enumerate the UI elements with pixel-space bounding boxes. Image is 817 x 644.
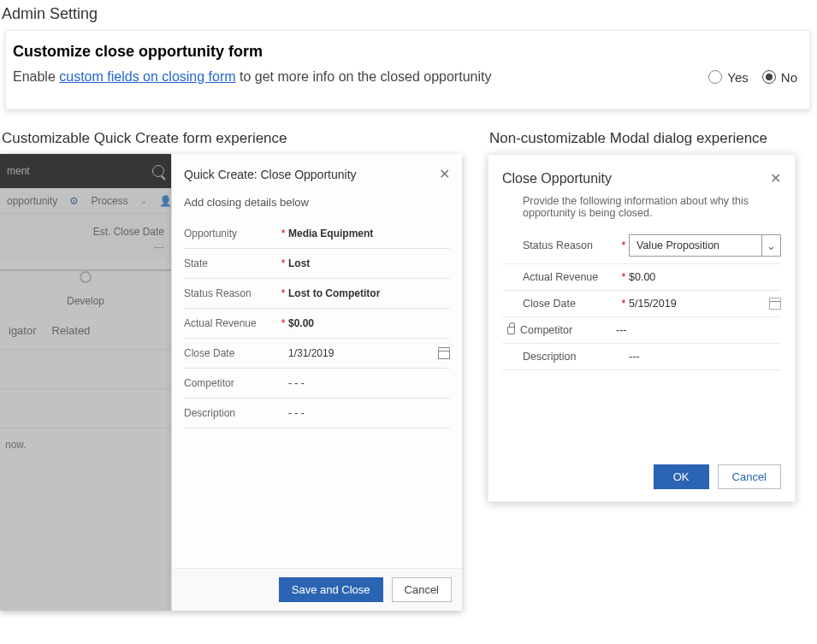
field-label: Competitor <box>520 324 606 336</box>
field-label: Opportunity <box>184 227 278 239</box>
bg-app-text: ment <box>7 165 30 177</box>
search-icon <box>152 165 164 177</box>
admin-card: Customize close opportunity form Enable … <box>5 30 810 109</box>
field-opportunity[interactable]: Opportunity * Media Equipment <box>184 219 450 249</box>
close-icon[interactable]: ✕ <box>770 170 781 186</box>
admin-text-suffix: to get more info on the closed opportuni… <box>236 69 492 84</box>
field-value: $0.00 <box>288 317 450 329</box>
field-value: $0.00 <box>629 271 781 283</box>
field-value: Lost <box>288 257 450 269</box>
field-competitor[interactable]: Competitor - - - <box>184 369 450 399</box>
required-mark: * <box>619 298 629 310</box>
field-label: Status Reason <box>184 287 278 299</box>
field-label: Description <box>184 407 278 419</box>
field-label: Competitor <box>184 377 278 389</box>
stage-node-icon <box>80 271 92 283</box>
left-subheading: Customizable Quick Create form experienc… <box>0 130 462 154</box>
field-description[interactable]: Description - - - <box>184 399 450 428</box>
close-icon[interactable]: ✕ <box>439 166 450 182</box>
field-actual-revenue[interactable]: Actual Revenue * $0.00 <box>184 309 450 339</box>
field-label: Actual Revenue <box>523 271 619 283</box>
required-mark: * <box>619 271 629 283</box>
field-label: Actual Revenue <box>184 317 278 329</box>
bg-note: now. <box>0 428 171 461</box>
background-dimmed: ment opportunity ⚙ Process ⌄ 👤 Assign Es… <box>0 154 171 611</box>
qc-subtitle: Add closing details below <box>184 189 450 219</box>
field-state[interactable]: State * Lost <box>184 249 450 279</box>
modal-description: Provide the following information about … <box>502 195 781 227</box>
field-label: Close Date <box>523 298 619 310</box>
modal-field-close-date[interactable]: Close Date * 5/15/2019 <box>502 291 781 317</box>
field-value: --- <box>616 324 781 336</box>
ok-button[interactable]: OK <box>654 464 709 489</box>
bg-estclose-label: Est. Close Date <box>7 226 164 238</box>
radio-circle-icon <box>762 70 776 84</box>
required-mark: * <box>278 227 288 239</box>
modal-field-revenue[interactable]: Actual Revenue * $0.00 <box>502 264 781 291</box>
date-text: 5/15/2019 <box>629 298 677 310</box>
field-close-date[interactable]: Close Date 1/31/2019 <box>184 339 450 369</box>
modal-title: Close Opportunity <box>502 171 612 186</box>
field-value: Lost to Competitor <box>288 287 450 299</box>
radio-yes-label: Yes <box>727 70 748 85</box>
lock-icon <box>507 327 515 334</box>
modal-field-competitor[interactable]: Competitor --- <box>502 317 781 344</box>
required-mark: * <box>278 257 288 269</box>
calendar-icon[interactable] <box>769 298 781 310</box>
right-subheading: Non-customizable Modal dialog experience <box>488 130 810 154</box>
required-mark: * <box>619 239 629 251</box>
field-status-reason[interactable]: Status Reason * Lost to Competitor <box>184 279 450 309</box>
cancel-button[interactable]: Cancel <box>392 577 452 602</box>
admin-text: Enable custom fields on closing form to … <box>13 69 491 85</box>
save-and-close-button[interactable]: Save and Close <box>279 577 383 602</box>
field-label: Close Date <box>184 347 278 359</box>
admin-text-prefix: Enable <box>13 69 59 84</box>
bg-process: Process <box>91 195 127 207</box>
field-value: --- <box>629 351 781 363</box>
field-label: Status Reason <box>523 239 619 251</box>
qc-title: Quick Create: Close Opportunity <box>184 168 357 181</box>
modal-field-description[interactable]: Description --- <box>502 344 781 370</box>
date-text: 1/31/2019 <box>288 347 334 359</box>
field-label: Description <box>523 351 619 363</box>
bg-tab-opportunity: opportunity <box>7 195 57 207</box>
chevron-down-icon: ⌄ <box>140 196 147 205</box>
modal-field-status[interactable]: Status Reason * Value Proposition ⌄ <box>502 227 781 264</box>
calendar-icon[interactable] <box>438 347 450 359</box>
field-value: Media Equipment <box>288 227 450 239</box>
cancel-button[interactable]: Cancel <box>718 464 781 489</box>
bg-tab1: igator <box>9 324 37 337</box>
required-mark: * <box>278 317 288 329</box>
radio-circle-icon <box>708 70 722 84</box>
radio-yes[interactable]: Yes <box>708 70 748 85</box>
custom-fields-link[interactable]: custom fields on closing form <box>59 69 235 84</box>
select-value: Value Proposition <box>636 239 719 251</box>
field-value: - - - <box>288 377 450 389</box>
radio-no-label: No <box>781 70 797 85</box>
enable-radio-group: Yes No <box>708 70 797 85</box>
field-value: - - - <box>288 407 450 419</box>
quick-create-shell: ment opportunity ⚙ Process ⌄ 👤 Assign Es… <box>0 154 462 611</box>
field-label: State <box>184 257 278 269</box>
chevron-down-icon: ⌄ <box>761 235 780 256</box>
radio-no[interactable]: No <box>762 70 797 85</box>
quick-create-panel: Quick Create: Close Opportunity ✕ Add cl… <box>171 154 462 611</box>
admin-heading: Customize close opportunity form <box>13 43 797 61</box>
field-value: 1/31/2019 <box>288 347 450 359</box>
close-opportunity-modal: Close Opportunity ✕ Provide the followin… <box>488 154 796 502</box>
required-mark: * <box>278 287 288 299</box>
admin-section-title: Admin Setting <box>0 0 817 28</box>
bg-stage: Develop <box>0 287 171 307</box>
bg-estclose-value: --- <box>7 238 164 253</box>
status-select[interactable]: Value Proposition ⌄ <box>629 234 781 257</box>
bg-tab2: Related <box>52 324 91 337</box>
